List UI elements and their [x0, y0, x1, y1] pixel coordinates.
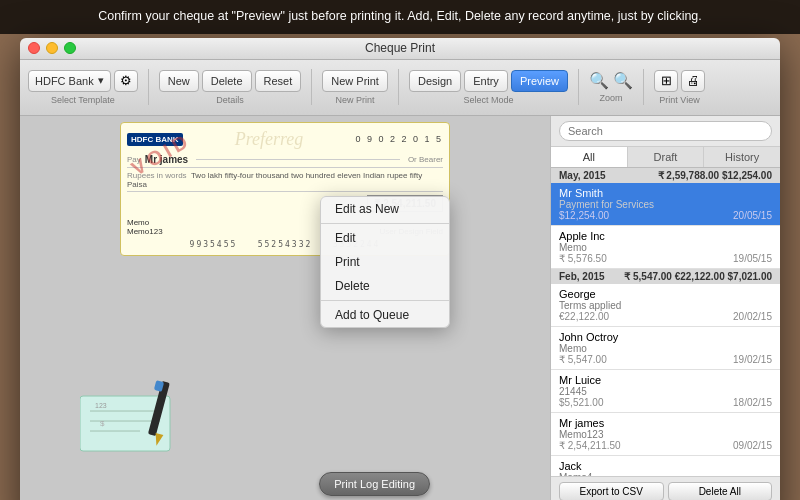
record-name: George: [559, 288, 772, 300]
minimize-button[interactable]: [46, 42, 58, 54]
print-view-label: Print View: [659, 95, 699, 105]
record-amount: $12,254.00: [559, 210, 609, 221]
dropdown-arrow-icon: ▾: [98, 74, 104, 87]
context-delete[interactable]: Delete: [321, 274, 449, 298]
svg-text:123: 123: [95, 402, 107, 409]
search-input[interactable]: [559, 121, 772, 141]
record-date: 18/02/15: [733, 397, 772, 408]
context-sep-2: [321, 300, 449, 301]
top-banner: Confirm your cheque at "Preview" just be…: [0, 0, 800, 34]
delete-button[interactable]: Delete: [202, 70, 252, 92]
search-bar: [551, 116, 780, 147]
toolbar-sep-2: [311, 69, 312, 105]
tab-draft[interactable]: Draft: [628, 147, 705, 167]
main-content: VOID HDFC BANK Preferreg 0 9 0 2 2 0 1 5…: [20, 116, 780, 501]
record-name: Mr james: [559, 417, 772, 429]
micr-2: 55254332: [258, 240, 313, 249]
print-log-editing-button[interactable]: Print Log Editing: [319, 472, 430, 496]
design-button[interactable]: Design: [409, 70, 461, 92]
window-title: Cheque Print: [365, 41, 435, 55]
cheque-area: VOID HDFC BANK Preferreg 0 9 0 2 2 0 1 5…: [20, 116, 550, 501]
maximize-button[interactable]: [64, 42, 76, 54]
print-icon-btn[interactable]: 🖨: [681, 70, 705, 92]
record-name: Jack: [559, 460, 772, 472]
record-date: 20/05/15: [733, 210, 772, 221]
or-bearer-label: Or Bearer: [408, 155, 443, 164]
zoom-label: Zoom: [599, 93, 622, 103]
record-amount: ₹ 5,576.50: [559, 253, 607, 264]
record-memo: Payment for Services: [559, 199, 772, 210]
traffic-lights: [28, 42, 76, 54]
record-memo: 21445: [559, 386, 772, 397]
record-memo: Memo: [559, 242, 772, 253]
record-date: 09/02/15: [733, 440, 772, 451]
record-amount: ₹ 5,547.00: [559, 354, 607, 365]
context-sep-1: [321, 223, 449, 224]
record-memo: Memo123: [559, 429, 772, 440]
toolbar-zoom-group: 🔍 🔍 Zoom: [589, 71, 633, 103]
select-template-value: HDFC Bank: [35, 75, 94, 87]
new-button[interactable]: New: [159, 70, 199, 92]
close-button[interactable]: [28, 42, 40, 54]
record-item[interactable]: John Octroy Memo ₹ 5,547.00 19/02/15: [551, 327, 780, 370]
record-name: Mr Smith: [559, 187, 772, 199]
record-amount: $5,521.00: [559, 397, 604, 408]
toolbar: HDFC Bank ▾ ⚙ Select Template New Delete…: [20, 60, 780, 116]
tab-history[interactable]: History: [704, 147, 780, 167]
print-view-icon-btn[interactable]: ⊞: [654, 70, 678, 92]
preview-button[interactable]: Preview: [511, 70, 568, 92]
toolbar-print-group: ⊞ 🖨 Print View: [654, 70, 705, 105]
record-item[interactable]: Jack Memo4 $1,500.00 09/02/15: [551, 456, 780, 476]
toolbar-sep-5: [643, 69, 644, 105]
record-date: 20/02/15: [733, 311, 772, 322]
month-header: Feb, 2015₹ 5,547.00 €22,122.00 $7,021.00: [551, 269, 780, 284]
context-menu: Edit as New Edit Print Delete Add to Que…: [320, 196, 450, 328]
records-list: May, 2015₹ 2,59,788.00 $12,254.00 Mr Smi…: [551, 168, 780, 476]
title-bar: Cheque Print: [20, 38, 780, 60]
micr-1: 9935455: [190, 240, 238, 249]
context-add-to-queue[interactable]: Add to Queue: [321, 303, 449, 327]
record-name: John Octroy: [559, 331, 772, 343]
tabs-row: All Draft History: [551, 147, 780, 168]
record-name: Mr Luice: [559, 374, 772, 386]
reset-button[interactable]: Reset: [255, 70, 302, 92]
record-item[interactable]: George Terms applied €22,122.00 20/02/15: [551, 284, 780, 327]
record-amount: ₹ 2,54,211.50: [559, 440, 621, 451]
new-print-button[interactable]: New Print: [322, 70, 388, 92]
toolbar-template-group: New Delete Reset Details: [159, 70, 302, 105]
details-label: Details: [216, 95, 244, 105]
settings-icon-btn[interactable]: ⚙: [114, 70, 138, 92]
select-template-dropdown[interactable]: HDFC Bank ▾: [28, 70, 111, 92]
select-mode-label: Select Mode: [463, 95, 513, 105]
context-edit-as-new[interactable]: Edit as New: [321, 197, 449, 221]
context-edit[interactable]: Edit: [321, 226, 449, 250]
record-memo: Memo: [559, 343, 772, 354]
record-date: 19/02/15: [733, 354, 772, 365]
record-amount: €22,122.00: [559, 311, 609, 322]
toolbar-sep-3: [398, 69, 399, 105]
svg-text:$: $: [100, 419, 105, 428]
new-print-label: New Print: [336, 95, 375, 105]
memo-section: Memo Memo123: [127, 218, 163, 236]
record-item[interactable]: Mr Luice 21445 $5,521.00 18/02/15: [551, 370, 780, 413]
record-item[interactable]: Apple Inc Memo ₹ 5,576.50 19/05/15: [551, 226, 780, 269]
cheque-watermark: Preferreg: [235, 129, 304, 150]
zoom-out-button[interactable]: 🔍: [589, 71, 609, 90]
delete-all-button[interactable]: Delete All: [668, 482, 773, 501]
right-panel: All Draft History May, 2015₹ 2,59,788.00…: [550, 116, 780, 501]
memo-label: Memo: [127, 218, 163, 227]
record-item[interactable]: Mr Smith Payment for Services $12,254.00…: [551, 183, 780, 226]
record-memo: Terms applied: [559, 300, 772, 311]
export-csv-button[interactable]: Export to CSV: [559, 482, 664, 501]
toolbar-select-template-group: HDFC Bank ▾ ⚙ Select Template: [28, 70, 138, 105]
entry-button[interactable]: Entry: [464, 70, 508, 92]
toolbar-mode-group: Design Entry Preview Select Mode: [409, 70, 568, 105]
context-print[interactable]: Print: [321, 250, 449, 274]
record-item[interactable]: Mr james Memo123 ₹ 2,54,211.50 09/02/15: [551, 413, 780, 456]
toolbar-sep-4: [578, 69, 579, 105]
memo-value: Memo123: [127, 227, 163, 236]
zoom-in-button[interactable]: 🔍: [613, 71, 633, 90]
toolbar-sep-1: [148, 69, 149, 105]
month-header: May, 2015₹ 2,59,788.00 $12,254.00: [551, 168, 780, 183]
tab-all[interactable]: All: [551, 147, 628, 167]
